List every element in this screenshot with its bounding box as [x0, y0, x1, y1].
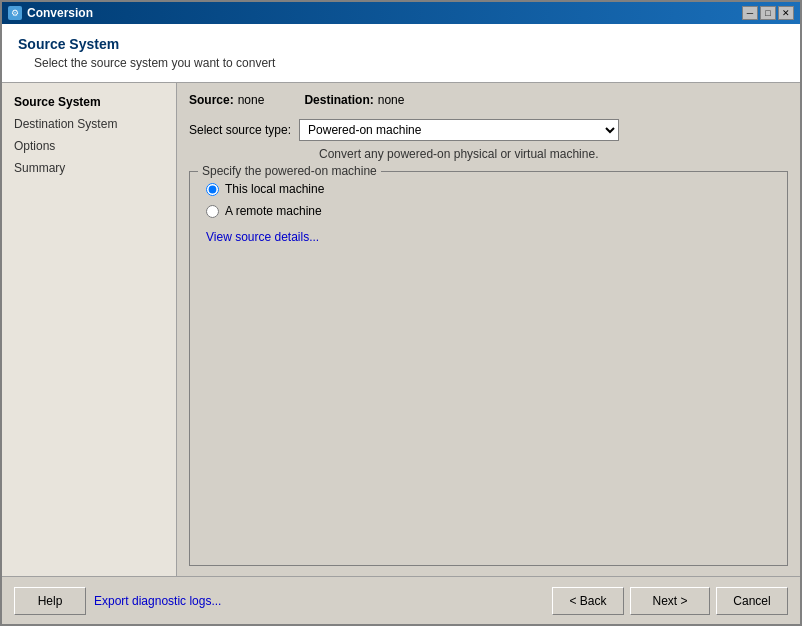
source-value: none — [238, 93, 265, 107]
page-subtitle: Select the source system you want to con… — [34, 56, 784, 70]
window-title: Conversion — [27, 6, 742, 20]
sidebar-item-source-system[interactable]: Source System — [2, 91, 176, 113]
remote-machine-radio-row: A remote machine — [206, 204, 771, 218]
cancel-button[interactable]: Cancel — [716, 587, 788, 615]
select-source-type-label: Select source type: — [189, 123, 291, 137]
destination-status: Destination: none — [304, 93, 404, 107]
source-label: Source: — [189, 93, 234, 107]
local-machine-label[interactable]: This local machine — [225, 182, 324, 196]
main-window: ⚙ Conversion ─ □ ✕ Source System Select … — [0, 0, 802, 626]
header-section: Source System Select the source system y… — [2, 24, 800, 83]
content-panel: Source: none Destination: none Select so… — [177, 83, 800, 576]
export-logs-link[interactable]: Export diagnostic logs... — [94, 594, 221, 608]
destination-value: none — [378, 93, 405, 107]
page-title: Source System — [18, 36, 784, 52]
back-button[interactable]: < Back — [552, 587, 624, 615]
source-type-select[interactable]: Powered-on machine Powered-off machine V… — [299, 119, 619, 141]
maximize-button[interactable]: □ — [760, 6, 776, 20]
sidebar-item-options[interactable]: Options — [2, 135, 176, 157]
source-type-row: Select source type: Powered-on machine P… — [189, 119, 788, 141]
footer-right: < Back Next > Cancel — [552, 587, 788, 615]
help-button[interactable]: Help — [14, 587, 86, 615]
group-box-legend: Specify the powered-on machine — [198, 164, 381, 178]
title-bar: ⚙ Conversion ─ □ ✕ — [2, 2, 800, 24]
sidebar-item-destination-system[interactable]: Destination System — [2, 113, 176, 135]
local-machine-radio[interactable] — [206, 183, 219, 196]
source-type-hint: Convert any powered-on physical or virtu… — [319, 147, 788, 161]
powered-on-group: Specify the powered-on machine This loca… — [189, 171, 788, 566]
destination-label: Destination: — [304, 93, 373, 107]
footer: Help Export diagnostic logs... < Back Ne… — [2, 576, 800, 624]
window-icon: ⚙ — [8, 6, 22, 20]
remote-machine-radio[interactable] — [206, 205, 219, 218]
next-button[interactable]: Next > — [630, 587, 710, 615]
minimize-button[interactable]: ─ — [742, 6, 758, 20]
main-content: Source System Destination System Options… — [2, 83, 800, 576]
close-button[interactable]: ✕ — [778, 6, 794, 20]
local-machine-radio-row: This local machine — [206, 182, 771, 196]
title-bar-buttons: ─ □ ✕ — [742, 6, 794, 20]
sidebar-item-summary[interactable]: Summary — [2, 157, 176, 179]
view-source-details-link[interactable]: View source details... — [206, 230, 319, 244]
remote-machine-label[interactable]: A remote machine — [225, 204, 322, 218]
footer-left: Help Export diagnostic logs... — [14, 587, 221, 615]
status-bar-top: Source: none Destination: none — [189, 93, 788, 107]
sidebar: Source System Destination System Options… — [2, 83, 177, 576]
source-status: Source: none — [189, 93, 264, 107]
